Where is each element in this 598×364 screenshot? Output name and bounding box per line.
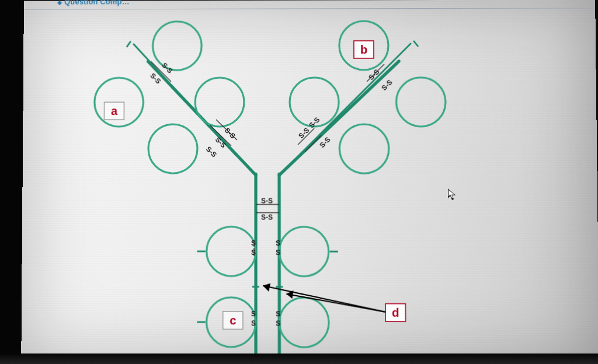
domain-loop [207, 227, 256, 276]
label-a: a [105, 102, 124, 120]
svg-text:S: S [251, 249, 256, 257]
disulfide-bond: S S [251, 239, 256, 257]
svg-text:S: S [276, 249, 280, 257]
svg-text:b: b [360, 43, 367, 56]
monitor-bezel-bottom [0, 354, 598, 364]
label-b: b [354, 41, 374, 58]
svg-text:S: S [251, 310, 256, 318]
disulfide-bond: S S [276, 239, 280, 257]
svg-marker-50 [263, 284, 270, 292]
svg-text:S: S [251, 319, 256, 327]
heavy-chain-right-arm [279, 61, 399, 175]
svg-text:c: c [230, 314, 236, 327]
header-text: Question Comp… [64, 0, 130, 6]
label-c: c [223, 312, 243, 329]
bullet-icon: ◆ [57, 0, 62, 6]
label-d: d [263, 284, 405, 322]
monitor-bezel-left [0, 0, 25, 364]
svg-text:S: S [251, 239, 256, 247]
domain-loop [279, 298, 329, 347]
domain-loop [153, 22, 202, 71]
domain-loop [279, 227, 329, 276]
svg-text:S-S: S-S [307, 116, 321, 130]
disulfide-bond: S S [251, 310, 256, 327]
svg-text:S: S [276, 310, 280, 318]
svg-line-0 [127, 41, 131, 47]
domain-loop [148, 124, 197, 173]
svg-text:a: a [111, 104, 118, 117]
svg-text:S-S: S-S [204, 145, 218, 159]
svg-text:S: S [276, 319, 280, 327]
svg-text:S: S [276, 239, 280, 247]
hinge-disulfide-bonds: S-S S-S [256, 197, 279, 221]
svg-line-9 [413, 41, 418, 47]
antibody-diagram: S-S S-S S-S S-S S-S S-S S-S S-S S-S [79, 12, 457, 364]
svg-text:S-S: S-S [261, 197, 273, 205]
svg-text:S-S: S-S [261, 213, 273, 221]
screen-surface: ◆ Question Comp… S-S S-S S-S S-S S-S [21, 0, 598, 364]
svg-text:S-S: S-S [297, 126, 311, 140]
domain-loop [195, 78, 244, 127]
light-chain-right [300, 44, 411, 155]
svg-text:S-S: S-S [214, 135, 228, 149]
question-completion-label: ◆ Question Comp… [57, 0, 130, 6]
svg-text:d: d [392, 306, 399, 319]
disulfide-bond: S-S S-S S-S [297, 116, 332, 152]
domain-loop [339, 124, 389, 173]
svg-text:S-S: S-S [380, 78, 394, 92]
domain-loop [396, 78, 446, 127]
